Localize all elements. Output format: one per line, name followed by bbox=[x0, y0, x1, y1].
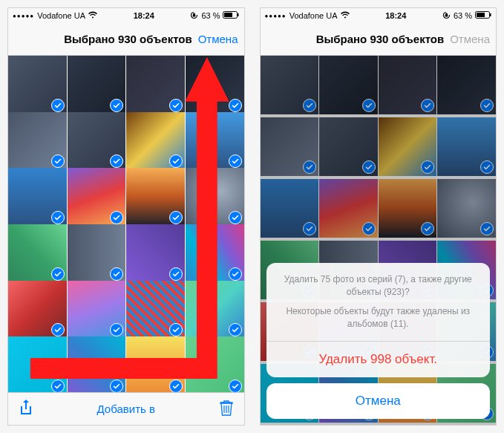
action-sheet-group: Удалить 75 фото из серий (7), а также др… bbox=[266, 263, 491, 377]
status-bar: ●●●●● Vodafone UA 18:24 63 % bbox=[8, 8, 244, 23]
phone-right: ●●●●● Vodafone UA 18:24 63 % Выбрано 930… bbox=[260, 7, 497, 426]
selected-checkmark-icon bbox=[169, 323, 183, 336]
photo-thumbnail[interactable] bbox=[186, 112, 244, 171]
share-icon[interactable] bbox=[19, 399, 33, 420]
nav-cancel-button[interactable]: Отмена bbox=[198, 33, 238, 45]
action-sheet-submessage: Некоторые объекты будут также удалены из… bbox=[266, 302, 491, 341]
selected-checkmark-icon bbox=[229, 154, 242, 168]
selected-checkmark-icon bbox=[110, 99, 123, 112]
selected-checkmark-icon bbox=[169, 154, 183, 168]
photo-thumbnail[interactable] bbox=[8, 224, 67, 283]
selected-checkmark-icon bbox=[51, 211, 65, 224]
action-sheet-message: Удалить 75 фото из серий (7), а также др… bbox=[266, 263, 491, 303]
selected-checkmark-icon bbox=[169, 380, 183, 392]
photo-thumbnail[interactable] bbox=[8, 281, 67, 339]
selected-checkmark-icon bbox=[110, 323, 123, 336]
photo-thumbnail[interactable] bbox=[68, 281, 126, 339]
selected-checkmark-icon bbox=[229, 323, 242, 336]
selected-checkmark-icon bbox=[110, 211, 123, 224]
selected-checkmark-icon bbox=[51, 380, 65, 392]
photo-thumbnail[interactable] bbox=[186, 56, 244, 114]
battery-pct: 63 % bbox=[201, 11, 220, 20]
nav-bar: Выбрано 930 объектов Отмена bbox=[8, 23, 244, 56]
selected-checkmark-icon bbox=[169, 211, 183, 224]
photo-thumbnail[interactable] bbox=[8, 336, 67, 392]
svg-rect-3 bbox=[238, 13, 239, 16]
photo-grid[interactable] bbox=[8, 56, 244, 392]
toolbar: Добавить в bbox=[8, 392, 244, 425]
status-time: 18:24 bbox=[385, 11, 406, 20]
selected-checkmark-icon bbox=[51, 267, 65, 281]
photo-thumbnail[interactable] bbox=[186, 336, 244, 392]
phone-left: ●●●●● Vodafone UA 18:24 63 % Выбрано 930… bbox=[7, 7, 245, 426]
photo-thumbnail[interactable] bbox=[8, 112, 67, 171]
action-sheet: Удалить 75 фото из серий (7), а также др… bbox=[266, 263, 491, 419]
selected-checkmark-icon bbox=[51, 99, 65, 112]
status-time: 18:24 bbox=[134, 11, 154, 20]
photo-thumbnail[interactable] bbox=[126, 168, 185, 227]
photo-thumbnail[interactable] bbox=[186, 281, 244, 339]
carrier-label: Vodafone UA bbox=[289, 11, 338, 20]
wifi-icon bbox=[341, 11, 350, 20]
orientation-lock-icon bbox=[442, 11, 451, 21]
selected-checkmark-icon bbox=[51, 154, 65, 168]
battery-icon bbox=[475, 11, 491, 20]
photo-thumbnail[interactable] bbox=[8, 168, 67, 227]
photo-thumbnail[interactable] bbox=[126, 224, 185, 283]
selected-checkmark-icon bbox=[229, 380, 242, 392]
svg-rect-2 bbox=[224, 13, 232, 17]
trash-icon[interactable] bbox=[219, 399, 234, 420]
selected-checkmark-icon bbox=[51, 323, 65, 336]
orientation-lock-icon bbox=[190, 11, 198, 21]
carrier-label: Vodafone UA bbox=[37, 11, 85, 20]
photo-thumbnail[interactable] bbox=[126, 281, 185, 339]
delete-button[interactable]: Удалить 998 объект. bbox=[266, 342, 491, 377]
selected-checkmark-icon bbox=[229, 211, 242, 224]
photo-thumbnail[interactable] bbox=[68, 336, 126, 392]
selected-checkmark-icon bbox=[110, 267, 123, 281]
photo-thumbnail[interactable] bbox=[68, 168, 126, 227]
photo-thumbnail[interactable] bbox=[186, 168, 244, 227]
photo-thumbnail[interactable] bbox=[186, 224, 244, 283]
signal-dots-icon: ●●●●● bbox=[13, 13, 34, 19]
signal-dots-icon: ●●●●● bbox=[265, 13, 287, 19]
selected-checkmark-icon bbox=[169, 99, 183, 112]
photo-thumbnail[interactable] bbox=[8, 56, 67, 114]
photo-thumbnail[interactable] bbox=[68, 56, 126, 114]
nav-cancel-button: Отмена bbox=[450, 33, 490, 45]
photo-thumbnail[interactable] bbox=[68, 112, 126, 171]
nav-title: Выбрано 930 объектов bbox=[14, 33, 198, 45]
battery-icon bbox=[223, 11, 239, 20]
selected-checkmark-icon bbox=[110, 154, 123, 168]
selected-checkmark-icon bbox=[229, 99, 242, 112]
status-bar: ●●●●● Vodafone UA 18:24 63 % bbox=[261, 8, 497, 23]
svg-rect-7 bbox=[477, 13, 485, 17]
selected-checkmark-icon bbox=[110, 380, 123, 392]
nav-bar: Выбрано 930 объектов Отмена bbox=[261, 23, 497, 56]
selected-checkmark-icon bbox=[169, 267, 183, 281]
add-to-button[interactable]: Добавить в bbox=[97, 403, 155, 415]
battery-pct: 63 % bbox=[454, 11, 472, 20]
nav-title: Выбрано 930 объектов bbox=[266, 33, 451, 45]
cancel-button[interactable]: Отмена bbox=[266, 383, 491, 419]
photo-thumbnail[interactable] bbox=[126, 56, 185, 114]
photo-thumbnail[interactable] bbox=[126, 336, 185, 392]
selected-checkmark-icon bbox=[229, 267, 242, 281]
wifi-icon bbox=[88, 11, 97, 20]
photo-thumbnail[interactable] bbox=[68, 224, 126, 283]
svg-rect-8 bbox=[490, 13, 491, 16]
photo-thumbnail[interactable] bbox=[126, 112, 185, 171]
